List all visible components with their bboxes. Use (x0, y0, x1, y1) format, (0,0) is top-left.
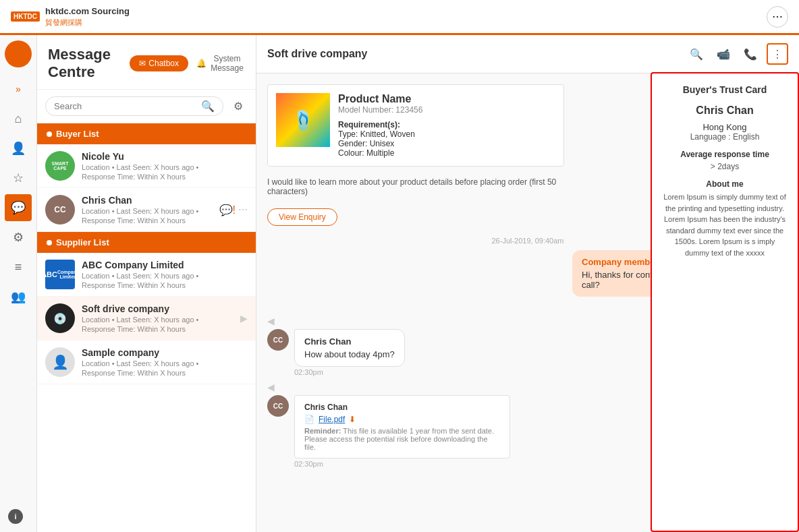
brand-logo: HKTDC hktdc.com Sourcing 貿發網採購 (11, 6, 130, 27)
product-model: Model Number: 123456 (338, 105, 555, 115)
brand-sub: 貿發網採購 (45, 18, 130, 27)
menu-icon: ⋯ (772, 10, 783, 23)
chat-video-button[interactable]: 📹 (713, 43, 734, 65)
product-image: 🩴 (276, 93, 330, 147)
sidebar-item-list[interactable]: ≡ (5, 254, 32, 280)
buyer-list-dot (47, 131, 52, 137)
video-icon: 📹 (717, 48, 730, 61)
chris-chan-name: Chris Chan (82, 195, 219, 206)
chat-search-icon: 🔍 (690, 48, 703, 61)
file-message: Chris Chan 📄 File.pdf ⬇ Reminder: This f… (294, 395, 510, 459)
chat-header-title: Soft drive company (267, 48, 367, 60)
contact-item-softdrive[interactable]: 💿 Soft drive company Location • Last See… (37, 297, 256, 341)
product-name: Product Name (338, 93, 555, 105)
recv-avatar-1: CC (267, 329, 289, 351)
recv-time-1: 02:30pm (294, 368, 405, 376)
abc-company-avatar: ABCCompanyLimited (45, 260, 75, 289)
nicole-yu-meta: Location • Last Seen: X hours ago • (82, 163, 248, 171)
sidebar-item-messages[interactable]: 💬 (5, 194, 32, 221)
group-icon: 👥 (11, 289, 26, 304)
search-settings-button[interactable]: ⚙ (229, 97, 248, 116)
product-card: 🩴 Product Name Model Number: 123456 Requ… (267, 84, 564, 167)
chatbox-button[interactable]: ✉ Chatbox (130, 55, 188, 71)
settings-icon: ⚙ (233, 100, 243, 113)
buyers-trust-card: Buyer's Trust Card Chris Chan Hong Kong … (651, 72, 799, 532)
message-centre-title: Message Centre (48, 46, 121, 81)
nicole-yu-name: Nicole Yu (82, 151, 248, 162)
person-icon: 👤 (11, 141, 26, 156)
avatar (5, 40, 32, 67)
chat-search-button[interactable]: 🔍 (686, 43, 707, 65)
nicole-yu-avatar: SMARTCAPE (45, 151, 75, 181)
sidebar-item-group[interactable]: 👥 (5, 283, 32, 310)
trust-card-name: Chris Chan (663, 105, 787, 117)
contact-item-nicole-yu[interactable]: SMARTCAPE Nicole Yu Location • Last Seen… (37, 144, 256, 188)
message-centre-header: Message Centre ✉ Chatbox 🔔 System Messag… (37, 35, 256, 90)
list-icon: ≡ (15, 260, 22, 274)
avg-response-label: Average response time (663, 150, 787, 159)
sidebar-item-star[interactable]: ☆ (5, 165, 32, 191)
search-input-wrap: 🔍 (45, 96, 223, 116)
avg-response-value: > 2days (663, 162, 787, 171)
search-input[interactable] (54, 101, 197, 111)
more-vertical-icon: ⋮ (772, 48, 783, 61)
chat-phone-button[interactable]: 📞 (740, 43, 761, 65)
softdrive-info: Soft drive company Location • Last Seen:… (82, 303, 240, 333)
about-me-text: Lorem Ipsum is simply dummy text of the … (663, 191, 787, 258)
contact-item-abc-company[interactable]: ABCCompanyLimited ABC Company Limited Lo… (37, 253, 256, 297)
softdrive-name: Soft drive company (82, 303, 240, 314)
nicole-yu-info: Nicole Yu Location • Last Seen: X hours … (82, 151, 248, 181)
recv-text-1: How about today 4pm? (304, 349, 395, 359)
chris-chan-meta: Location • Last Seen: X hours ago • (82, 207, 219, 215)
product-info: Product Name Model Number: 123456 Requir… (338, 93, 555, 158)
phone-icon: 📞 (744, 48, 757, 61)
sidebar-item-home[interactable]: ⌂ (5, 105, 32, 132)
supplier-list-dot (47, 240, 52, 245)
abc-company-meta2: Response Time: Within X hours (82, 281, 248, 289)
download-icon[interactable]: ⬇ (349, 415, 356, 424)
nicole-yu-meta2: Response Time: Within X hours (82, 173, 248, 181)
file-sender: Chris Chan (304, 403, 500, 412)
home-icon: ⌂ (15, 112, 22, 126)
file-link[interactable]: File.pdf (319, 415, 345, 424)
sidebar-item-settings[interactable]: ⚙ (5, 224, 32, 251)
sidebar-expand-button[interactable]: » (5, 76, 32, 102)
chat-header-actions: 🔍 📹 📞 ⋮ (686, 43, 788, 65)
chris-chan-more-button[interactable]: ⋯ (238, 204, 248, 215)
settings-gear-icon: ⚙ (13, 230, 24, 245)
main-layout: » ⌂ 👤 ☆ 💬 ⚙ ≡ 👥 i Message Centre ✉ (0, 35, 799, 532)
sample-company-avatar: 👤 (45, 347, 75, 377)
trust-card-title: Buyer's Trust Card (663, 84, 787, 95)
chris-chan-actions: 💬! ⋯ (219, 204, 248, 216)
sample-company-meta: Location • Last Seen: X hours ago • (82, 359, 248, 367)
chat-header: Soft drive company 🔍 📹 📞 ⋮ (256, 35, 799, 73)
message-notification-icon: 💬! (219, 204, 236, 216)
softdrive-arrow-icon: ▶ (240, 313, 248, 324)
chat-area-wrapper: Soft drive company 🔍 📹 📞 ⋮ (256, 35, 799, 532)
message-icon: 💬 (11, 200, 26, 215)
sample-company-meta2: Response Time: Within X hours (82, 369, 248, 377)
sample-company-name: Sample company (82, 347, 248, 358)
softdrive-actions: ▶ (240, 313, 248, 324)
trust-card-language: Language : English (663, 132, 787, 142)
contact-item-chris-chan[interactable]: CC Chris Chan Location • Last Seen: X ho… (37, 188, 256, 232)
system-message-icon: 🔔 (196, 59, 206, 68)
top-header: HKTDC hktdc.com Sourcing 貿發網採購 ⋯ (0, 0, 799, 35)
about-me-label: About me (663, 179, 787, 189)
chat-more-button[interactable]: ⋮ (767, 43, 788, 65)
star-icon: ☆ (13, 171, 24, 185)
expand-icon: » (16, 84, 21, 94)
product-requirements: Requirement(s): Type: Knitted, Woven Gen… (338, 120, 555, 158)
chris-chan-info: Chris Chan Location • Last Seen: X hours… (82, 195, 219, 225)
system-message-button[interactable]: 🔔 System Message (196, 54, 245, 73)
info-badge[interactable]: i (8, 509, 23, 524)
chatbox-icon: ✉ (139, 59, 146, 68)
supplier-list-title: Supplier List (56, 237, 109, 247)
sidebar-icons: » ⌂ 👤 ☆ 💬 ⚙ ≡ 👥 i (0, 35, 37, 532)
header-menu-button[interactable]: ⋯ (767, 6, 788, 28)
supplier-list-header: Supplier List (37, 232, 256, 253)
view-enquiry-button[interactable]: View Enquiry (267, 208, 337, 226)
search-bar-row: 🔍 ⚙ (37, 90, 256, 123)
contact-item-sample-company[interactable]: 👤 Sample company Location • Last Seen: X… (37, 341, 256, 384)
sidebar-item-person[interactable]: 👤 (5, 135, 32, 162)
